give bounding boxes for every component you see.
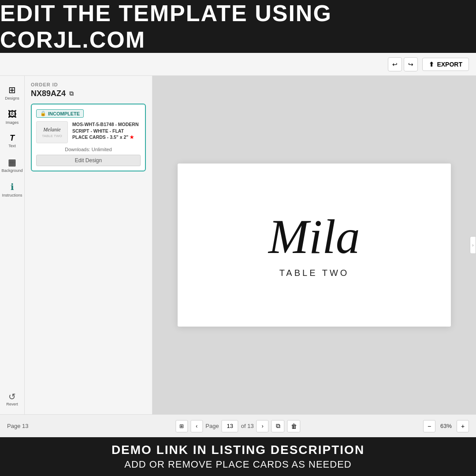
asterisk: ★	[130, 134, 134, 140]
design-card-inner: 🔒 INCOMPLETE Melanie TABLE TWO MOS-WHT-5…	[32, 104, 145, 171]
thumbnail-sub: TABLE TWO	[42, 134, 62, 138]
pagination-center: ⊞ ‹ Page of 13 › ⧉ 🗑	[175, 420, 300, 432]
main-content: ⊞ Designs 🖼 Images T Text ▦ Background ℹ…	[0, 76, 476, 414]
bottom-banner: DEMO LINK IN LISTING DESCRIPTION ADD OR …	[0, 437, 476, 476]
design-card: 🔒 INCOMPLETE Melanie TABLE TWO MOS-WHT-5…	[31, 104, 146, 171]
order-id-label: ORDER ID	[31, 82, 146, 87]
prev-page-button[interactable]: ‹	[190, 420, 203, 432]
revert-icon: ↺	[8, 391, 16, 402]
lock-icon: 🔒	[40, 111, 46, 116]
undo-button[interactable]: ↩	[388, 57, 402, 71]
zoom-out-button[interactable]: −	[423, 420, 435, 432]
instructions-label: Instructions	[2, 193, 22, 197]
sidebar-item-background[interactable]: ▦ Background	[2, 153, 23, 176]
collapse-handle[interactable]: ›	[470, 236, 476, 254]
edit-design-button[interactable]: Edit Design	[36, 155, 141, 166]
zoom-in-button[interactable]: +	[457, 420, 469, 432]
text-label: Text	[8, 144, 16, 148]
toolbar: ↩ ↪ ⬆ EXPORT	[0, 53, 476, 76]
next-page-button[interactable]: ›	[257, 420, 269, 432]
bottom-line1: DEMO LINK IN LISTING DESCRIPTION	[112, 443, 364, 457]
sidebar-item-images[interactable]: 🖼 Images	[2, 106, 23, 128]
thumbnail-name: Melanie	[42, 126, 62, 133]
zoom-value: 63%	[438, 423, 454, 429]
export-button[interactable]: ⬆ EXPORT	[422, 58, 469, 71]
design-info: Melanie TABLE TWO MOS-WHT-5-B1748 - MODE…	[36, 121, 141, 143]
pagination-bar: Page 13 ⊞ ‹ Page of 13 › ⧉ 🗑 − 63% +	[0, 414, 476, 437]
grid-view-button[interactable]: ⊞	[175, 420, 188, 432]
export-label: EXPORT	[437, 61, 462, 68]
place-card: Mila TABLE TWO	[178, 164, 451, 327]
delete-page-button[interactable]: 🗑	[287, 420, 301, 432]
redo-button[interactable]: ↪	[404, 57, 418, 71]
card-name: Mila	[268, 212, 360, 261]
of-total: of 13	[241, 423, 254, 429]
canvas-area: Mila TABLE TWO ›	[152, 76, 476, 414]
bottom-line2: ADD OR REMOVE PLACE CARDS AS NEEDED	[124, 459, 351, 470]
downloads-text: Downloads: Unlimited	[36, 147, 141, 152]
card-table: TABLE TWO	[279, 268, 350, 278]
instructions-icon: ℹ	[11, 182, 14, 192]
sidebar-icons: ⊞ Designs 🖼 Images T Text ▦ Background ℹ…	[0, 76, 25, 414]
background-icon: ▦	[8, 157, 16, 167]
design-thumbnail: Melanie TABLE TWO	[36, 121, 68, 143]
undo-redo-group: ↩ ↪	[388, 57, 418, 71]
sidebar-item-instructions[interactable]: ℹ Instructions	[2, 178, 23, 201]
sidebar-item-text[interactable]: T Text	[2, 130, 23, 152]
designs-icon: ⊞	[8, 85, 16, 95]
incomplete-text: INCOMPLETE	[48, 111, 80, 116]
duplicate-page-button[interactable]: ⧉	[271, 420, 285, 432]
page-label: Page 13	[7, 423, 28, 429]
page-input[interactable]	[222, 420, 238, 432]
designs-label: Designs	[5, 96, 19, 100]
sidebar-item-designs[interactable]: ⊞ Designs	[2, 81, 23, 104]
copy-icon[interactable]: ⧉	[69, 90, 74, 97]
chevron-right-icon: ›	[472, 243, 473, 248]
incomplete-badge: 🔒 INCOMPLETE	[36, 109, 84, 118]
zoom-group: − 63% +	[423, 420, 469, 432]
revert-button[interactable]: ↺ Revert	[2, 388, 23, 410]
revert-label: Revert	[6, 402, 18, 406]
text-icon: T	[10, 134, 15, 143]
images-label: Images	[6, 120, 19, 125]
images-icon: 🖼	[8, 109, 17, 119]
background-label: Background	[1, 168, 22, 173]
order-id-number: NX89AZ4	[31, 89, 66, 98]
left-panel: ORDER ID NX89AZ4 ⧉ 🔒 INCOMPLETE Melanie …	[25, 76, 152, 414]
export-icon: ⬆	[429, 61, 434, 68]
page-word: Page	[205, 423, 219, 429]
design-title: MOS-WHT-5-B1748 - MODERN SCRIPT - WHITE …	[72, 121, 141, 141]
top-banner: EDIT THE TEMPLATE USING CORJL.COM	[0, 0, 476, 53]
order-id-value: NX89AZ4 ⧉	[31, 89, 146, 98]
top-banner-text: EDIT THE TEMPLATE USING CORJL.COM	[0, 0, 476, 53]
